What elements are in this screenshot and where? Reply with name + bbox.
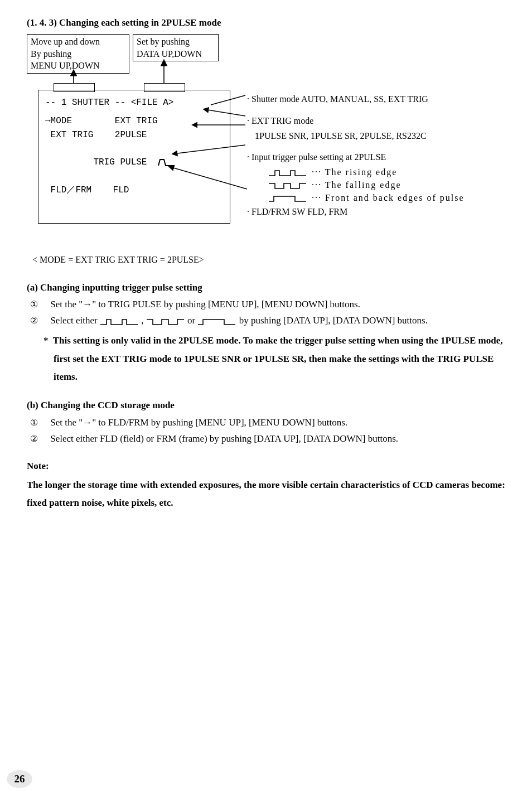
b-step-1-text: Set the "→" to FLD/FRM by pushing [MENU … — [50, 417, 347, 428]
a-step-2-text-d: by pushing [DATA UP], [DATA DOWN] button… — [239, 315, 428, 326]
section-title: (1. 4. 3) Changing each setting in 2PULS… — [27, 17, 505, 30]
pulse-both-icon — [158, 158, 177, 166]
pulse-rising-inline-icon — [100, 318, 139, 326]
b-step-1: ① Set the "→" to FLD/FRM by pushing [MEN… — [37, 417, 505, 429]
a-step-1-text: Set the "→" to TRIG PULSE by pushing [ME… — [50, 299, 360, 309]
callout-data-updown: Set by pushing DATA UP,DOWN — [133, 34, 219, 61]
pulse-falling-inline-icon — [146, 318, 185, 326]
page: (1. 4. 3) Changing each setting in 2PULS… — [0, 0, 532, 798]
circled-1-icon: ① — [37, 298, 48, 311]
section-a: (a) Changing inputting trigger pulse set… — [27, 282, 505, 386]
a-step-2-text-c: or — [187, 315, 197, 326]
a-step-1: ① Set the "→" to TRIG PULSE by pushing [… — [37, 298, 505, 311]
osd-line-title: -- 1 SHUTTER -- <FILE A> — [45, 96, 223, 110]
osd-line-mode: →MODE EXT TRIG — [45, 114, 223, 128]
legend-falling-text: ··· The falling edge — [312, 180, 402, 190]
a-step-2-text-a: Select either — [50, 315, 100, 326]
diagram-legend: · Shutter mode AUTO, MANUAL, SS, EXT TRI… — [247, 93, 465, 221]
pulse-both-icon-legend — [268, 195, 307, 202]
osd-line-trigpulse: TRIG PULSE — [45, 142, 223, 183]
pulse-both-inline-icon — [197, 318, 236, 326]
legend-both-text: ··· Front and back edges of pulse — [312, 193, 465, 202]
osd-blank — [45, 110, 223, 114]
osd-screen: -- 1 SHUTTER -- <FILE A> →MODE EXT TRIG … — [38, 90, 230, 224]
legend-exttrig-head: · EXT TRIG mode — [247, 114, 465, 127]
note-head: Note: — [27, 460, 505, 473]
legend-exttrig-values: 1PULSE SNR, 1PULSE SR, 2PULSE, RS232C — [247, 129, 465, 142]
legend-rising-text: ··· The rising edge — [312, 167, 397, 177]
pulse-falling-icon — [268, 182, 307, 190]
section-b-head: (b) Changing the CCD storage mode — [27, 399, 505, 412]
legend-input-head: · Input trigger pulse setting at 2PULSE — [247, 151, 465, 163]
osd-line-exttrig: EXT TRIG 2PULSE — [45, 128, 223, 142]
diagram: Move up and down By pushing MENU UP,DOWN… — [27, 34, 505, 252]
note-body: The longer the storage time with extende… — [27, 476, 505, 512]
a-step-2: ② Select either , or by pushing [DATA UP… — [37, 315, 505, 327]
circled-2-icon: ② — [37, 315, 48, 327]
a-step-2-text-b: , — [141, 315, 146, 326]
section-b: (b) Changing the CCD storage mode ① Set … — [27, 399, 505, 446]
diagram-caption: < MODE = EXT TRIG EXT TRIG = 2PULSE> — [32, 254, 505, 266]
legend-fldfrm: · FLD/FRM SW FLD, FRM — [247, 205, 465, 218]
pulse-rising-icon — [268, 169, 307, 177]
a-note-text: This setting is only valid in the 2PULSE… — [53, 335, 503, 382]
a-note: * This setting is only valid in the 2PUL… — [37, 332, 505, 386]
note-section: Note: The longer the storage time with e… — [27, 460, 505, 512]
asterisk-icon: * — [43, 335, 49, 346]
legend-shutter: · Shutter mode AUTO, MANUAL, SS, EXT TRI… — [247, 93, 465, 105]
legend-both: ··· Front and back edges of pulse — [247, 191, 465, 204]
osd-trigpulse-label: TRIG PULSE — [88, 157, 158, 167]
legend-falling: ··· The falling edge — [247, 178, 465, 191]
circled-1-icon-b: ① — [37, 417, 48, 429]
osd-line-fldfrm: FLD／FRM FLD — [45, 183, 223, 197]
b-step-2-text: Select either FLD (field) or FRM (frame)… — [50, 433, 398, 444]
section-a-head: (a) Changing inputting trigger pulse set… — [27, 282, 505, 294]
b-step-2: ② Select either FLD (field) or FRM (fram… — [37, 433, 505, 446]
page-number: 26 — [7, 770, 32, 788]
circled-2-icon-b: ② — [37, 433, 48, 445]
legend-rising: ··· The rising edge — [247, 166, 465, 178]
callout-menu-updown: Move up and down By pushing MENU UP,DOWN — [27, 34, 129, 74]
